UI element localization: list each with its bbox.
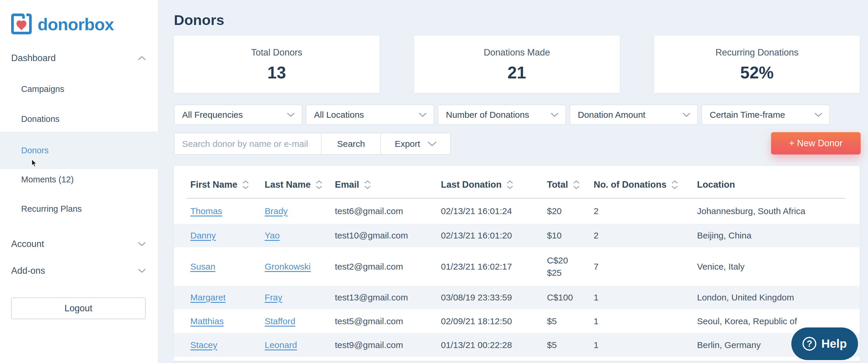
column-header-no-of-donations[interactable]: No. of Donations bbox=[594, 171, 679, 199]
filter-dropdown-all-locations[interactable]: All Locations bbox=[306, 104, 434, 125]
table-cell: $5 bbox=[547, 333, 588, 357]
donor-email: test10@gmail.com bbox=[335, 230, 435, 242]
table-header-row: First Name Last Name Email Last Donation… bbox=[174, 166, 860, 199]
donor-email: test2@gmail.com bbox=[335, 261, 435, 273]
main-content: Donors Total Donors13Donations Made21Rec… bbox=[159, 0, 868, 363]
sidebar-item-label: Add-ons bbox=[11, 266, 45, 276]
table-cell: test6@gmail.com bbox=[335, 199, 435, 224]
donor-email: test6@gmail.com bbox=[335, 205, 435, 217]
donor-donation-count: 1 bbox=[594, 291, 691, 304]
donor-last-name-link[interactable]: Brady bbox=[265, 205, 329, 217]
export-button[interactable]: Export bbox=[380, 133, 450, 154]
stat-value: 21 bbox=[507, 63, 526, 82]
table-cell: test13@gmail.com bbox=[335, 286, 435, 309]
donor-donation-count: 1 bbox=[594, 339, 691, 351]
donor-last-name-link[interactable]: Yao bbox=[265, 230, 329, 242]
sidebar-item-add-ons[interactable]: Add-ons bbox=[0, 262, 159, 279]
donor-location: Beijing, China bbox=[697, 230, 854, 242]
filter-label: Donation Amount bbox=[578, 110, 645, 120]
column-header-label: Location bbox=[697, 179, 735, 190]
donor-total-amount: $20 bbox=[547, 205, 588, 217]
sidebar-item-donors[interactable]: Donors bbox=[0, 131, 159, 169]
sort-icon[interactable] bbox=[364, 180, 371, 190]
sort-icon[interactable] bbox=[506, 180, 514, 190]
sidebar-item-recurring-plans[interactable]: Recurring Plans bbox=[0, 201, 159, 217]
table-cell: Beijing, China bbox=[697, 224, 854, 247]
table-cell: Danny bbox=[190, 224, 259, 247]
donorbox-logo[interactable]: donorbox bbox=[11, 13, 114, 35]
chevron-up-icon bbox=[138, 56, 146, 61]
logout-button[interactable]: Logout bbox=[11, 298, 146, 319]
filter-dropdown-number-of-donations[interactable]: Number of Donations bbox=[438, 104, 566, 125]
table-cell: Fray bbox=[265, 286, 329, 309]
donor-email: test13@gmail.com bbox=[335, 291, 435, 304]
column-header-label: No. of Donations bbox=[594, 179, 666, 190]
page-title: Donors bbox=[174, 12, 224, 28]
stat-label: Donations Made bbox=[484, 47, 550, 58]
table-cell: 03/08/19 23:33:59 bbox=[441, 286, 541, 309]
search-button[interactable]: Search bbox=[321, 133, 380, 154]
sidebar-item-dashboard[interactable]: Dashboard bbox=[0, 50, 159, 67]
question-circle-icon: ? bbox=[803, 337, 816, 351]
table-cell: Thomas bbox=[190, 199, 259, 224]
chevron-down-icon bbox=[551, 113, 558, 117]
table-cell: 02/13/21 16:01:20 bbox=[441, 224, 541, 247]
filter-dropdown-donation-amount[interactable]: Donation Amount bbox=[569, 104, 698, 125]
sort-icon[interactable] bbox=[671, 180, 679, 190]
donor-first-name-link[interactable]: Thomas bbox=[190, 205, 259, 217]
sidebar-item-label: Recurring Plans bbox=[21, 204, 82, 214]
sort-icon[interactable] bbox=[572, 180, 580, 190]
column-header-label: Email bbox=[335, 179, 359, 190]
sidebar-item-moments-12[interactable]: Moments (12) bbox=[0, 172, 159, 187]
sidebar-item-label: Donations bbox=[21, 114, 60, 124]
sidebar-item-campaigns[interactable]: Campaigns bbox=[0, 81, 159, 97]
filter-dropdown-certain-time-frame[interactable]: Certain Time-frame bbox=[702, 104, 830, 125]
column-header-last-donation[interactable]: Last Donation bbox=[441, 171, 514, 199]
donor-donation-count: 1 bbox=[594, 315, 691, 328]
donor-total-amount: $10 bbox=[547, 230, 588, 242]
table-cell: 1 bbox=[594, 333, 691, 357]
search-input[interactable] bbox=[175, 133, 321, 154]
column-header-email[interactable]: Email bbox=[335, 171, 371, 199]
search-group: Search Export bbox=[174, 133, 451, 155]
donor-first-name-link[interactable]: Margaret bbox=[190, 291, 259, 304]
column-header-first-name[interactable]: First Name bbox=[190, 171, 249, 199]
donor-donation-count: 2 bbox=[594, 230, 691, 242]
sort-icon[interactable] bbox=[315, 180, 323, 190]
donor-last-name-link[interactable]: Stafford bbox=[265, 315, 329, 328]
table-row-matthias-stafford: MatthiasStaffordtest5@gmail.com02/09/21 … bbox=[174, 309, 860, 333]
table-cell: $10 bbox=[547, 224, 588, 247]
table-cell: Susan bbox=[190, 247, 259, 286]
table-cell: Matthias bbox=[190, 309, 259, 333]
sort-icon[interactable] bbox=[242, 180, 249, 190]
donor-last-name-link[interactable]: Gronkowski bbox=[265, 261, 329, 273]
donor-last-name-link[interactable]: Leonard bbox=[265, 339, 329, 351]
column-header-last-name[interactable]: Last Name bbox=[265, 171, 323, 199]
table-cell: Venice, Italy bbox=[697, 247, 854, 286]
stats-row: Total Donors13Donations Made21Recurring … bbox=[174, 35, 860, 93]
donor-email: test5@gmail.com bbox=[335, 315, 435, 328]
stat-label: Total Donors bbox=[251, 47, 302, 58]
sidebar-item-account[interactable]: Account bbox=[0, 236, 159, 252]
donor-first-name-link[interactable]: Susan bbox=[190, 261, 259, 273]
table-cell: test10@gmail.com bbox=[335, 224, 435, 247]
donor-location: Seoul, Korea, Republic of bbox=[697, 315, 854, 328]
donor-last-name-link[interactable]: Fray bbox=[265, 291, 329, 304]
donor-total-amount: C$100 bbox=[547, 291, 588, 304]
donor-first-name-link[interactable]: Matthias bbox=[190, 315, 259, 328]
table-cell: 2 bbox=[594, 224, 691, 247]
column-header-total[interactable]: Total bbox=[547, 171, 580, 199]
donor-total-amount: C$20 bbox=[547, 254, 588, 267]
sidebar-item-donations[interactable]: Donations bbox=[0, 111, 159, 127]
filter-label: Number of Donations bbox=[446, 110, 529, 120]
chevron-down-icon bbox=[814, 113, 822, 117]
help-button[interactable]: ? Help bbox=[791, 328, 858, 360]
chevron-down-icon bbox=[419, 113, 427, 117]
filter-dropdown-all-frequencies[interactable]: All Frequencies bbox=[174, 104, 302, 125]
donor-first-name-link[interactable]: Stacey bbox=[190, 339, 259, 351]
new-donor-button[interactable]: + New Donor bbox=[771, 132, 861, 154]
table-row-susan-gronkowski: SusanGronkowskitest2@gmail.com01/23/21 1… bbox=[174, 247, 860, 286]
donor-last-donation: 03/08/19 23:33:59 bbox=[441, 291, 541, 304]
table-cell: Stacey bbox=[190, 333, 259, 357]
donor-first-name-link[interactable]: Danny bbox=[190, 230, 259, 242]
